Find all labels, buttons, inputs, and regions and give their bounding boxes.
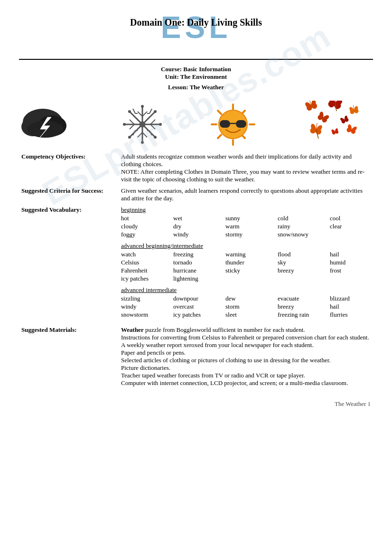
- vocab-word: [225, 275, 278, 282]
- materials-bold-1: Weather: [121, 326, 144, 333]
- vocab-word: hail: [330, 303, 382, 310]
- vocab-word: sizzling: [121, 295, 173, 302]
- vocab-word: [278, 275, 330, 282]
- vocab-word: cold: [278, 215, 330, 222]
- svg-point-31: [154, 110, 157, 113]
- vocab-word: windy: [173, 231, 225, 238]
- weather-icons-row: [0, 93, 392, 153]
- vocab-row: icy patches lightening: [121, 275, 382, 282]
- content: Competency Objectives: Adult students re…: [0, 153, 392, 387]
- vocab-word: dry: [173, 223, 225, 230]
- vocab-word: downpour: [173, 295, 225, 302]
- vocab-word: hot: [121, 215, 173, 222]
- vocab-row: hot wet sunny cold cool: [121, 215, 382, 222]
- vocab-word: evacuate: [278, 295, 330, 302]
- vocab-row: Fahrenheit hurricane sticky breezy frost: [121, 267, 382, 274]
- vocab-word: storm: [225, 303, 278, 310]
- materials-text-1: puzzle from Bogglesworld sufficient in n…: [144, 326, 305, 333]
- vocabulary-section: Suggested Vocabulary: beginning hot wet …: [21, 206, 371, 322]
- vocab-row: sizzling downpour dew evacuate blizzard: [121, 295, 382, 302]
- vocab-word: humid: [330, 259, 382, 266]
- materials-text-8: Computer with internet connection, LCD p…: [121, 379, 348, 386]
- svg-point-26: [141, 105, 144, 108]
- footer-text: The Weather 1: [335, 400, 371, 407]
- vocab-word: freezing: [173, 251, 225, 258]
- svg-line-38: [218, 111, 221, 114]
- vocab-word: blizzard: [330, 295, 382, 302]
- competency-section: Competency Objectives: Adult students re…: [21, 153, 371, 183]
- unit-label: Unit: The Environment: [165, 73, 227, 80]
- vocab-row: windy overcast storm breezy hail: [121, 303, 382, 310]
- course-label: Course: Basic Information: [161, 66, 231, 73]
- footer: The Weather 1: [0, 391, 392, 413]
- vocab-word: breezy: [278, 303, 330, 310]
- vocab-word: clear: [330, 223, 382, 230]
- competency-note: NOTE: After completing Clothes in Domain…: [121, 168, 364, 183]
- materials-section: Suggested Materials: Weather puzzle from…: [21, 326, 371, 387]
- vocab-word: hail: [330, 251, 382, 258]
- svg-point-32: [128, 136, 131, 139]
- materials-body: Weather puzzle from Bogglesworld suffici…: [121, 326, 371, 387]
- vocab-word: flood: [278, 251, 330, 258]
- vocab-row: snowstorm icy patches sleet freezing rai…: [121, 311, 382, 319]
- header-divider: [19, 59, 373, 60]
- vocab-word: dew: [225, 295, 278, 302]
- svg-rect-43: [220, 120, 230, 128]
- domain-title: Domain One: Daily Living Skills: [0, 9, 392, 28]
- materials-text-6: Picture dictionaries.: [121, 364, 170, 371]
- vocab-word: [330, 231, 382, 238]
- vocab-word: sunny: [225, 215, 278, 222]
- vocab-word: frost: [330, 267, 382, 274]
- page: ESLprintables.com ESL Domain One: Daily …: [0, 0, 392, 555]
- svg-rect-44: [236, 120, 246, 128]
- svg-point-30: [128, 110, 131, 113]
- vocab-word: windy: [121, 303, 173, 310]
- vocab-word: sleet: [225, 311, 278, 319]
- vocabulary-content: beginning hot wet sunny cold cool cloudy…: [121, 206, 382, 322]
- lesson-label: Lesson: The Weather: [168, 84, 224, 91]
- vocab-word: stormy: [225, 231, 278, 238]
- materials-text-5: Selected articles of clothing or picture…: [121, 357, 331, 364]
- vocab-word: Celsius: [121, 259, 173, 266]
- vocab-group-beginning: beginning: [121, 206, 382, 214]
- vocab-group-advanced-intermediate: advanced intermediate: [121, 286, 382, 294]
- svg-point-29: [159, 123, 162, 126]
- criteria-label: Suggested Criteria for Success:: [21, 187, 121, 195]
- vocab-word: sky: [278, 259, 330, 266]
- vocab-word: breezy: [278, 267, 330, 274]
- svg-point-25: [140, 122, 145, 127]
- vocab-word: flurries: [330, 311, 382, 319]
- vocab-word: cloudy: [121, 223, 173, 230]
- svg-line-17: [133, 109, 135, 113]
- storm-icon: [19, 103, 76, 146]
- vocabulary-label: Suggested Vocabulary:: [21, 206, 121, 214]
- vocab-word: snow/snowy: [278, 231, 330, 238]
- vocab-word: cool: [330, 215, 382, 222]
- svg-point-33: [154, 136, 157, 139]
- competency-label: Competency Objectives:: [21, 153, 121, 160]
- vocab-word: snowstorm: [121, 311, 173, 319]
- vocab-word: icy patches: [121, 275, 173, 282]
- svg-line-40: [218, 135, 221, 138]
- vocab-word: hurricane: [173, 267, 225, 274]
- vocab-row: Celsius tornado thunder sky humid: [121, 259, 382, 266]
- vocab-word: lightening: [173, 275, 225, 282]
- svg-point-27: [141, 141, 144, 144]
- vocab-group-advanced-beginning: advanced beginning/intermediate: [121, 242, 382, 250]
- vocab-word: tornado: [173, 259, 225, 266]
- vocab-word: thunder: [225, 259, 278, 266]
- materials-text-2: Instructions for converting from Celsius…: [121, 334, 369, 341]
- snowflake-icon: [121, 103, 164, 146]
- vocab-word: warning: [225, 251, 278, 258]
- vocab-word: warm: [225, 223, 278, 230]
- vocab-word: wet: [173, 215, 225, 222]
- competency-body: Adult students recognize common weather …: [121, 153, 371, 183]
- materials-text-4: Paper and pencils or pens.: [121, 349, 186, 356]
- vocab-word: Fahrenheit: [121, 267, 173, 274]
- svg-point-28: [123, 123, 126, 126]
- vocab-word: foggy: [121, 231, 173, 238]
- competency-text: Adult students recognize common weather …: [121, 153, 352, 168]
- vocab-row: cloudy dry warm rainy clear: [121, 223, 382, 230]
- criteria-section: Suggested Criteria for Success: Given we…: [21, 187, 371, 202]
- autumn-leaves-icon: [302, 101, 368, 148]
